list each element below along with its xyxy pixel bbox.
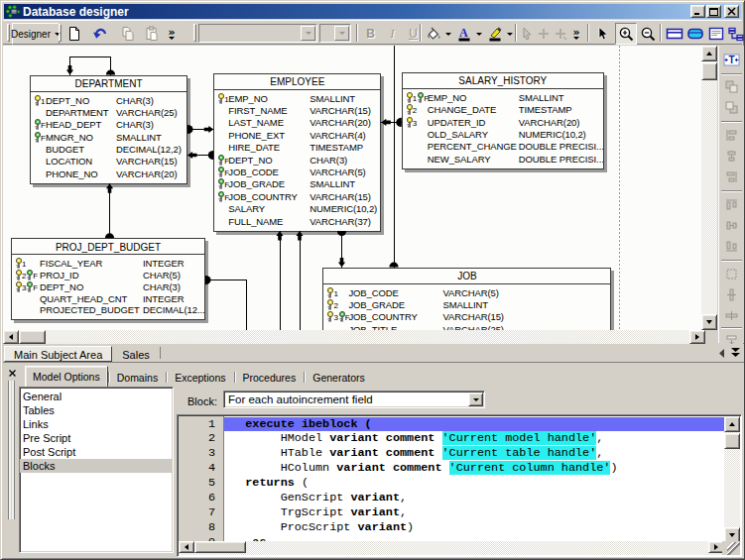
toolbar-overflow-button[interactable]: » — [165, 23, 179, 45]
code-line[interactable]: ProcScript variant) — [224, 520, 726, 535]
editor-scroll-left-button[interactable] — [179, 541, 194, 553]
align-left-button[interactable] — [721, 125, 742, 145]
list-item-tables[interactable]: Tables — [20, 403, 173, 417]
designer-menu-button[interactable]: Designer — [12, 23, 60, 45]
list-item-blocks[interactable]: Blocks — [20, 459, 173, 473]
code-line[interactable]: HColumn variant comment 'Current column … — [224, 461, 726, 476]
editor-vertical-scroll-thumb[interactable] — [724, 433, 740, 449]
bold-button[interactable]: B — [360, 23, 381, 45]
editor-code-area[interactable]: execute ibeblock ( HModel variant commen… — [224, 416, 726, 543]
relationship-line[interactable] — [70, 56, 111, 75]
highlight-color-button[interactable] — [485, 23, 515, 45]
block-combobox[interactable]: For each autoincrement field — [223, 391, 485, 408]
entity-job[interactable]: JOB1JOB_CODEVARCHAR(5)2JOB_GRADESMALLINT… — [322, 268, 611, 330]
autosize-button[interactable]: T — [721, 50, 742, 69]
entity-salary_history[interactable]: SALARY_HISTORY1FEMP_NOSMALLINT2CHANGE_DA… — [402, 72, 604, 169]
fill-color-button[interactable] — [424, 23, 453, 45]
maximize-button[interactable] — [706, 5, 721, 18]
add-link-button[interactable] — [553, 23, 568, 45]
bring-to-front-button[interactable] — [721, 76, 742, 96]
same-size-button[interactable] — [721, 264, 742, 283]
tab-list-icon[interactable] — [731, 348, 740, 358]
align-center-button[interactable] — [721, 146, 742, 166]
code-line[interactable]: returns ( — [224, 476, 726, 491]
panel-close-button[interactable] — [8, 369, 17, 378]
font-name-combo[interactable] — [198, 24, 317, 43]
panel-drag-handle[interactable] — [9, 381, 14, 519]
toolbar-overflow-button[interactable]: » — [569, 23, 583, 45]
same-width-button[interactable] — [721, 284, 742, 304]
undo-button[interactable] — [89, 23, 111, 45]
subject-area-tab-sales[interactable]: Sales — [112, 346, 160, 362]
options-list[interactable]: GeneralTablesLinksPre ScriptPost ScriptB… — [19, 387, 174, 553]
new-document-button[interactable] — [63, 23, 85, 45]
list-item-general[interactable]: General — [20, 390, 173, 403]
editor-horizontal-scrollbar[interactable] — [179, 541, 724, 555]
panel-tab-procedures[interactable]: Procedures — [235, 368, 305, 387]
italic-button[interactable]: I — [382, 23, 403, 45]
resize-grip[interactable] — [727, 542, 740, 555]
entity-fields: 1JOB_CODEVARCHAR(5)2JOB_GRADESMALLINT3FJ… — [323, 284, 610, 330]
new-view-button[interactable] — [684, 23, 705, 45]
list-item-post-script[interactable]: Post Script — [20, 445, 173, 459]
send-to-back-button[interactable] — [721, 97, 742, 117]
font-size-combo[interactable] — [319, 24, 351, 43]
toolbar-grip[interactable] — [59, 24, 62, 42]
panel-tab-exceptions[interactable]: Exceptions — [167, 368, 233, 387]
cursor-tool-button[interactable] — [591, 23, 613, 45]
panel-tab-generators[interactable]: Generators — [305, 368, 373, 387]
code-line[interactable]: HModel variant comment 'Current model ha… — [224, 431, 726, 446]
diagram-vertical-scroll-thumb[interactable] — [701, 62, 717, 80]
bring-to-front-icon — [725, 80, 738, 93]
align-bottom-button[interactable] — [721, 236, 742, 256]
align-top-button[interactable] — [721, 194, 742, 214]
new-table-button[interactable] — [664, 23, 684, 45]
relationship-line[interactable] — [205, 280, 246, 330]
title-bar[interactable]: Database designer — [4, 4, 741, 19]
tab-scroll-left-icon[interactable] — [718, 349, 725, 358]
close-button[interactable] — [724, 5, 739, 18]
diagram-vertical-scrollbar[interactable] — [701, 46, 717, 330]
diagram-scroll-left-button[interactable] — [3, 330, 19, 344]
diagram-horizontal-scrollbar[interactable] — [3, 330, 705, 344]
list-item-pre-script[interactable]: Pre Script — [20, 431, 173, 445]
entity-department[interactable]: DEPARTMENT1DEPT_NOCHAR(3)DEPARTMENTVARCH… — [30, 75, 187, 185]
select-pointer-button[interactable] — [518, 23, 535, 45]
zoom-out-button[interactable] — [637, 23, 659, 45]
new-note-button[interactable] — [705, 23, 726, 45]
editor-scroll-up-button[interactable] — [724, 416, 740, 432]
subject-area-tab-main-subject-area[interactable]: Main Subject Area — [4, 346, 112, 362]
diagram-scroll-up-button[interactable] — [701, 46, 717, 61]
code-editor[interactable]: 123456789 execute ibeblock ( HModel vari… — [177, 414, 742, 557]
font-color-button[interactable]: A — [454, 23, 484, 45]
diagram-scroll-right-button[interactable] — [689, 330, 705, 344]
block-combobox-dropdown-button[interactable] — [468, 392, 483, 406]
copy-button[interactable] — [117, 23, 139, 45]
panel-tab-domains[interactable]: Domains — [109, 368, 166, 387]
diagram-canvas[interactable]: DEPARTMENT1DEPT_NOCHAR(3)DEPARTMENTVARCH… — [3, 46, 701, 330]
diagram-scroll-down-button[interactable] — [701, 314, 717, 330]
minimize-button[interactable] — [690, 5, 705, 18]
editor-horizontal-scroll-thumb[interactable] — [194, 541, 246, 553]
paste-button[interactable] — [141, 23, 163, 45]
panel-tab-model-options[interactable]: Model Options — [25, 366, 108, 387]
code-line[interactable]: execute ibeblock ( — [224, 417, 726, 432]
code-line[interactable]: GenScript variant, — [224, 491, 726, 505]
list-item-links[interactable]: Links — [20, 417, 173, 431]
entity-employee[interactable]: EMPLOYEE1EMP_NOSMALLINTFIRST_NAMEVARCHAR… — [213, 73, 381, 232]
diagram-horizontal-scroll-thumb[interactable] — [19, 330, 46, 344]
editor-vertical-scrollbar[interactable] — [724, 416, 740, 543]
entity-proj_dept_budget[interactable]: PROJ_DEPT_BUDGET1FISCAL_YEARINTEGER2FPRO… — [11, 238, 205, 320]
code-line[interactable]: HTable variant comment 'Current table ha… — [224, 446, 726, 461]
toolbar-grip[interactable] — [7, 24, 10, 42]
toolbar-grip[interactable] — [193, 24, 196, 42]
new-relationship-button[interactable] — [725, 23, 745, 45]
zoom-in-button[interactable] — [615, 23, 637, 45]
combo-dropdown-button[interactable] — [334, 26, 349, 41]
add-object-button[interactable] — [536, 23, 552, 45]
code-line[interactable]: TrgScript variant, — [224, 505, 726, 520]
align-right-button[interactable] — [721, 167, 742, 186]
same-height-button[interactable] — [721, 305, 742, 325]
align-middle-button[interactable] — [721, 215, 742, 235]
combo-dropdown-button[interactable] — [301, 26, 315, 41]
